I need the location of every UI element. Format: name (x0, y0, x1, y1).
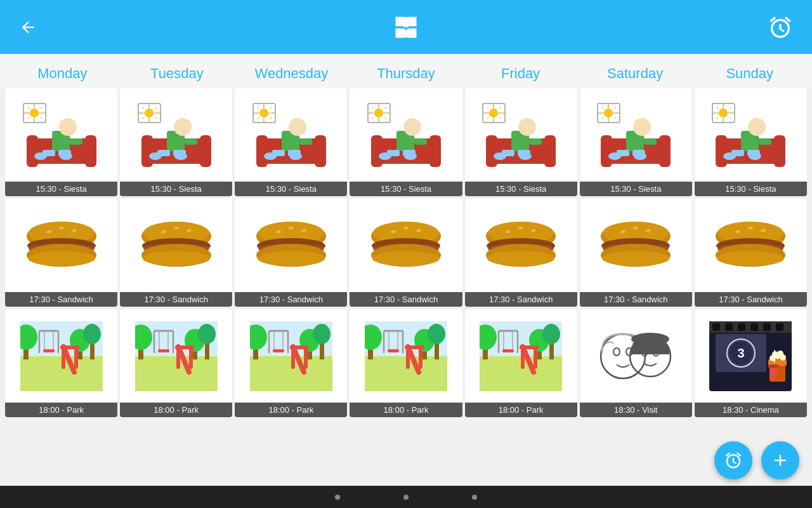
cell-label: 17:30 - Sandwich (5, 292, 117, 307)
svg-rect-327 (763, 323, 771, 331)
cell-2-0[interactable]: 18:00 - Park (5, 309, 117, 417)
alarm-icon-button[interactable] (768, 15, 793, 40)
cell-0-0[interactable]: 15:30 - Siesta (5, 88, 117, 196)
bottom-bar (0, 486, 812, 508)
cell-label: 17:30 - Sandwich (465, 292, 577, 307)
svg-rect-160 (759, 138, 771, 145)
cell-label: 15:30 - Siesta (465, 182, 577, 196)
day-header-tuesday: Tuesday (120, 65, 235, 82)
svg-rect-326 (750, 323, 758, 331)
cell-0-5[interactable]: 15:30 - Siesta (580, 88, 692, 196)
svg-point-249 (198, 324, 216, 344)
topbar (0, 0, 812, 54)
grid-row-0: 15:30 - Siesta (5, 88, 807, 196)
alarm-icon (768, 15, 793, 40)
cell-image-siesta (5, 88, 117, 182)
cell-image-sandwich (350, 199, 462, 292)
cell-image-park (235, 309, 347, 403)
svg-point-49 (259, 109, 268, 117)
svg-point-40 (174, 118, 192, 136)
svg-rect-237 (43, 349, 55, 352)
svg-rect-275 (304, 347, 308, 369)
cell-label: 18:00 - Park (235, 403, 347, 417)
svg-rect-291 (388, 349, 399, 352)
svg-point-66 (264, 152, 277, 160)
grid-icon-button[interactable] (392, 13, 420, 41)
svg-rect-295 (405, 345, 424, 349)
fab-area (714, 441, 799, 479)
svg-point-136 (634, 152, 646, 160)
day-header-wednesday: Wednesday (234, 65, 349, 82)
svg-point-135 (608, 152, 621, 160)
cell-image-sandwich (695, 199, 807, 292)
cell-label: 18:30 - Cinema (695, 403, 807, 417)
svg-point-320 (631, 333, 669, 345)
cell-label: 17:30 - Sandwich (695, 292, 807, 307)
cell-2-1[interactable]: 18:00 - Park (120, 309, 232, 417)
cell-label: 17:30 - Sandwich (235, 292, 347, 307)
svg-point-17 (59, 118, 77, 136)
svg-point-155 (748, 118, 766, 136)
nav-dot-2 (403, 495, 409, 500)
cell-2-6[interactable]: 3 18:30 - Cinema (695, 309, 807, 417)
svg-point-26 (145, 109, 154, 117)
cell-2-2[interactable]: 18:00 - Park (235, 309, 347, 417)
svg-point-63 (289, 118, 306, 136)
alarm-fab-button[interactable] (714, 441, 752, 479)
svg-rect-22 (70, 138, 82, 145)
svg-point-86 (403, 118, 421, 136)
svg-point-113 (519, 152, 532, 160)
grid-body: 15:30 - Siesta (0, 88, 812, 422)
cell-image-siesta (350, 88, 462, 182)
svg-point-118 (604, 109, 613, 117)
arrow-back-icon (19, 18, 37, 36)
cell-image-cinema: 3 (695, 309, 807, 403)
cell-image-visit (580, 309, 692, 403)
cell-1-0[interactable]: 17:30 - Sandwich (5, 199, 117, 307)
cell-1-5[interactable]: 17:30 - Sandwich (580, 199, 692, 307)
cell-0-6[interactable]: 15:30 - Siesta (695, 88, 807, 196)
svg-point-112 (494, 152, 506, 160)
cell-0-4[interactable]: 15:30 - Siesta (465, 88, 577, 196)
svg-rect-255 (158, 349, 169, 352)
svg-rect-324 (725, 323, 733, 331)
cell-1-6[interactable]: 17:30 - Sandwich (695, 199, 807, 307)
svg-rect-137 (644, 138, 657, 145)
grid-row-1: 17:30 - Sandwich 17:30 - Sandwich 17:30 … (5, 199, 807, 307)
cell-0-3[interactable]: 15:30 - Siesta (350, 88, 462, 196)
add-fab-button[interactable] (761, 441, 799, 479)
cell-2-3[interactable]: 18:00 - Park (350, 309, 462, 417)
cell-0-2[interactable]: 15:30 - Siesta (235, 88, 347, 196)
cell-label: 18:30 - Visit (580, 403, 692, 417)
add-fab-icon (771, 451, 790, 470)
svg-point-21 (60, 152, 72, 160)
cell-label: 17:30 - Sandwich (580, 292, 692, 307)
cell-1-1[interactable]: 17:30 - Sandwich (120, 199, 232, 307)
cell-image-siesta (580, 88, 692, 182)
svg-rect-311 (534, 347, 537, 369)
cell-2-4[interactable]: 18:00 - Park (465, 309, 577, 417)
cell-1-2[interactable]: 17:30 - Sandwich (235, 199, 347, 307)
svg-point-193 (372, 251, 440, 266)
cell-2-5[interactable]: 18:30 - Visit (580, 309, 692, 417)
svg-rect-323 (712, 323, 720, 331)
cell-label: 15:30 - Siesta (580, 182, 692, 196)
svg-point-158 (723, 152, 736, 160)
back-button[interactable] (19, 18, 44, 36)
svg-rect-325 (738, 323, 745, 331)
svg-point-303 (542, 324, 560, 344)
cell-0-1[interactable]: 15:30 - Siesta (120, 88, 232, 196)
svg-point-90 (404, 152, 417, 160)
cell-label: 15:30 - Siesta (120, 182, 232, 196)
cell-1-4[interactable]: 17:30 - Sandwich (465, 199, 577, 307)
svg-point-202 (487, 251, 554, 266)
cell-image-siesta (235, 88, 347, 182)
day-header-thursday: Thursday (349, 65, 464, 82)
svg-point-315 (613, 348, 620, 356)
cell-label: 15:30 - Siesta (350, 182, 462, 196)
svg-rect-277 (290, 345, 309, 349)
cell-image-sandwich (580, 199, 692, 292)
day-header-friday: Friday (463, 65, 578, 82)
svg-rect-114 (529, 138, 542, 145)
cell-1-3[interactable]: 17:30 - Sandwich (350, 199, 462, 307)
